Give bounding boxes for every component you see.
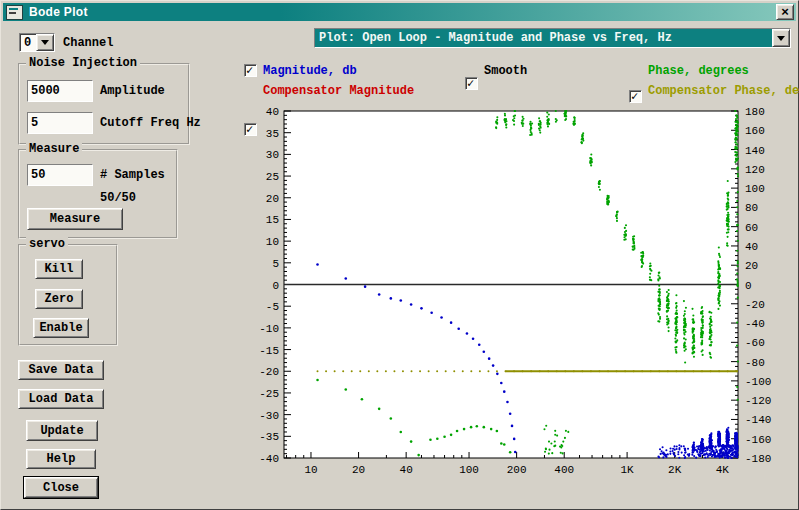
- close-icon: ×: [781, 7, 789, 17]
- samples-label: # Samples: [100, 168, 165, 182]
- svg-text:180: 180: [745, 106, 765, 118]
- svg-text:2K: 2K: [668, 464, 682, 476]
- svg-text:60: 60: [745, 222, 758, 234]
- svg-text:-120: -120: [745, 395, 771, 407]
- cutoff-freq-label: Cutoff Freq Hz: [100, 116, 201, 130]
- smooth-checkbox[interactable]: [465, 77, 478, 90]
- plot-type-select[interactable]: Plot: Open Loop - Magnitude and Phase vs…: [314, 28, 791, 48]
- svg-text:-20: -20: [259, 366, 279, 378]
- bode-plot-chart: 1020401002004001K2K4K-40-35-30-25-20-15-…: [236, 101, 799, 481]
- magnitude-checkbox-label: Magnitude, db: [263, 64, 357, 78]
- svg-text:-160: -160: [745, 434, 771, 446]
- noise-injection-title: Noise Injection: [26, 56, 140, 70]
- zero-button-label: Zero: [45, 292, 74, 306]
- close-window-button[interactable]: ×: [776, 4, 794, 20]
- svg-text:-25: -25: [259, 388, 279, 400]
- title-bar[interactable]: Bode Plot ×: [3, 3, 796, 21]
- svg-text:0: 0: [745, 280, 752, 292]
- svg-text:10: 10: [266, 236, 279, 248]
- measure-button-label: Measure: [50, 212, 100, 226]
- svg-text:20: 20: [745, 260, 758, 272]
- samples-field[interactable]: [28, 165, 92, 185]
- phase-checkbox-label: Phase, degrees: [648, 64, 749, 78]
- enable-button[interactable]: Enable: [33, 318, 89, 338]
- compensator-phase-checkbox-label: Compensator Phase, deg: [648, 84, 799, 98]
- channel-select[interactable]: 0: [19, 33, 55, 52]
- svg-text:100: 100: [459, 464, 479, 476]
- app-icon: [6, 5, 23, 20]
- svg-text:40: 40: [400, 464, 413, 476]
- svg-text:100: 100: [745, 183, 765, 195]
- measure-progress: 50/50: [100, 191, 136, 205]
- svg-text:5: 5: [272, 258, 279, 270]
- measure-button[interactable]: Measure: [27, 208, 123, 230]
- enable-button-label: Enable: [39, 321, 82, 335]
- help-button[interactable]: Help: [26, 449, 96, 469]
- svg-text:-5: -5: [266, 301, 279, 313]
- svg-text:-40: -40: [745, 318, 765, 330]
- help-button-label: Help: [47, 452, 76, 466]
- svg-text:-15: -15: [259, 345, 279, 357]
- samples-field-frame: [27, 164, 93, 186]
- svg-text:200: 200: [507, 464, 527, 476]
- svg-text:40: 40: [266, 106, 279, 118]
- plot-type-value: Plot: Open Loop - Magnitude and Phase vs…: [315, 29, 772, 47]
- kill-button-label: Kill: [45, 262, 74, 276]
- svg-text:-30: -30: [259, 410, 279, 422]
- svg-text:-60: -60: [745, 337, 765, 349]
- measure-group-title: Measure: [26, 142, 82, 156]
- svg-text:400: 400: [554, 464, 574, 476]
- measure-group: Measure # Samples 50/50 Measure: [18, 149, 178, 239]
- svg-text:120: 120: [745, 164, 765, 176]
- svg-text:20: 20: [352, 464, 365, 476]
- smooth-checkbox-label: Smooth: [484, 64, 527, 78]
- channel-dropdown-button[interactable]: [36, 34, 54, 51]
- amplitude-field[interactable]: [28, 81, 92, 101]
- svg-text:-40: -40: [259, 453, 279, 465]
- bode-plot-window: Bode Plot × 0 Channel Plot: Open Loop - …: [0, 0, 799, 510]
- kill-button[interactable]: Kill: [35, 259, 83, 279]
- noise-injection-group: Noise Injection Amplitude Cutoff Freq Hz: [18, 63, 190, 145]
- close-button-label: Close: [43, 481, 79, 495]
- svg-text:30: 30: [266, 149, 279, 161]
- chevron-down-icon: [41, 40, 49, 45]
- update-button-label: Update: [40, 424, 83, 438]
- save-data-button-label: Save Data: [29, 363, 94, 377]
- channel-label: Channel: [63, 36, 113, 50]
- servo-group: servo Kill Zero Enable: [18, 244, 118, 346]
- amplitude-field-frame: [27, 80, 93, 102]
- svg-text:-140: -140: [745, 414, 771, 426]
- svg-text:1K: 1K: [621, 464, 635, 476]
- svg-text:10: 10: [304, 464, 317, 476]
- svg-text:-10: -10: [259, 323, 279, 335]
- channel-value: 0: [20, 34, 36, 51]
- cutoff-freq-field[interactable]: [28, 113, 92, 133]
- magnitude-checkbox[interactable]: [244, 64, 257, 77]
- save-data-button[interactable]: Save Data: [18, 360, 104, 380]
- update-button[interactable]: Update: [26, 420, 98, 441]
- load-data-button[interactable]: Load Data: [18, 389, 104, 409]
- svg-text:20: 20: [266, 193, 279, 205]
- svg-text:160: 160: [745, 125, 765, 137]
- plot-type-dropdown-button[interactable]: [772, 29, 790, 47]
- svg-text:15: 15: [266, 214, 279, 226]
- svg-text:40: 40: [745, 241, 758, 253]
- svg-text:-80: -80: [745, 357, 765, 369]
- svg-text:35: 35: [266, 128, 279, 140]
- chevron-down-icon: [777, 36, 785, 41]
- svg-text:-100: -100: [745, 376, 771, 388]
- svg-text:80: 80: [745, 202, 758, 214]
- svg-text:140: 140: [745, 145, 765, 157]
- load-data-button-label: Load Data: [29, 392, 94, 406]
- svg-text:-20: -20: [745, 299, 765, 311]
- zero-button[interactable]: Zero: [35, 289, 83, 309]
- svg-text:-35: -35: [259, 431, 279, 443]
- svg-text:0: 0: [272, 280, 279, 292]
- servo-group-title: servo: [26, 237, 68, 251]
- svg-text:-180: -180: [745, 453, 771, 465]
- svg-text:25: 25: [266, 171, 279, 183]
- window-title: Bode Plot: [29, 5, 88, 19]
- close-button[interactable]: Close: [24, 477, 98, 498]
- compensator-magnitude-checkbox-label: Compensator Magnitude: [263, 84, 414, 98]
- cutoff-field-frame: [27, 112, 93, 134]
